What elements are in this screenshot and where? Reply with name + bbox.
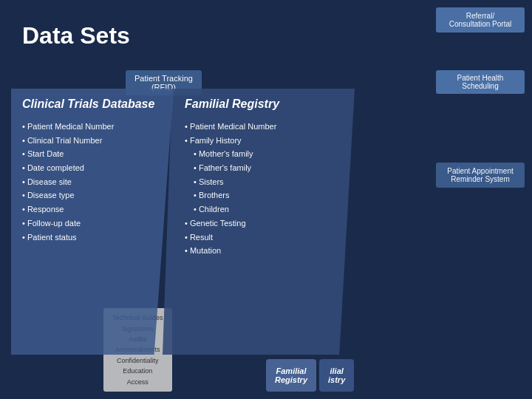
list-item: Result xyxy=(185,231,344,245)
registry-label-box-2: ilialistry xyxy=(319,359,354,392)
page-title: Data Sets xyxy=(22,22,130,50)
familial-registry-bottom-label: FamilialRegistry xyxy=(266,359,316,392)
list-item: Mutation xyxy=(185,244,344,258)
clinical-trials-panel: Clinical Trials Database Patient Medical… xyxy=(11,89,174,355)
list-item: Brothers xyxy=(194,188,344,202)
patient-health-scheduling-box: Patient HealthScheduling xyxy=(436,70,525,94)
list-item: Follow-up date xyxy=(22,216,163,231)
list-item: Genetic Testing xyxy=(185,216,344,231)
clinical-trials-title: Clinical Trials Database xyxy=(22,98,163,111)
clinical-trials-list: Patient Medical Number Clinical Trial Nu… xyxy=(22,120,163,244)
list-item: Patient status xyxy=(22,231,163,245)
family-history-sublist: Mother's family Father's family Sisters … xyxy=(185,147,344,216)
list-item: Sisters xyxy=(194,175,344,189)
list-item: Patient Medical Number xyxy=(185,120,344,134)
familial-registry-title: Familial Registry xyxy=(185,98,344,111)
list-item: Disease site xyxy=(22,175,163,189)
list-item: Clinical Trial Number xyxy=(22,134,163,148)
list-item: Date completed xyxy=(22,161,163,175)
referral-portal-box: Referral/Consultation Portal xyxy=(436,7,525,33)
familial-registry-panel: Familial Registry Patient Medical Number… xyxy=(163,89,355,355)
familial-registry-list: Patient Medical Number Family History Mo… xyxy=(185,120,344,258)
list-item: Father's family xyxy=(194,161,344,175)
main-content-area: Clinical Trials Database Patient Medical… xyxy=(11,89,429,355)
list-item: Disease type xyxy=(22,188,163,202)
list-item: Family History xyxy=(185,134,344,148)
list-item: Start Date xyxy=(22,147,163,161)
list-item: Response xyxy=(22,202,163,216)
patient-appointment-box: Patient AppointmentReminder System xyxy=(436,163,525,188)
list-item: Mother's family xyxy=(194,147,344,161)
familial-registry-bottom-area: FamilialRegistry ilialistry xyxy=(266,359,354,392)
list-item: Patient Medical Number xyxy=(22,120,163,134)
list-item: Children xyxy=(194,202,344,216)
